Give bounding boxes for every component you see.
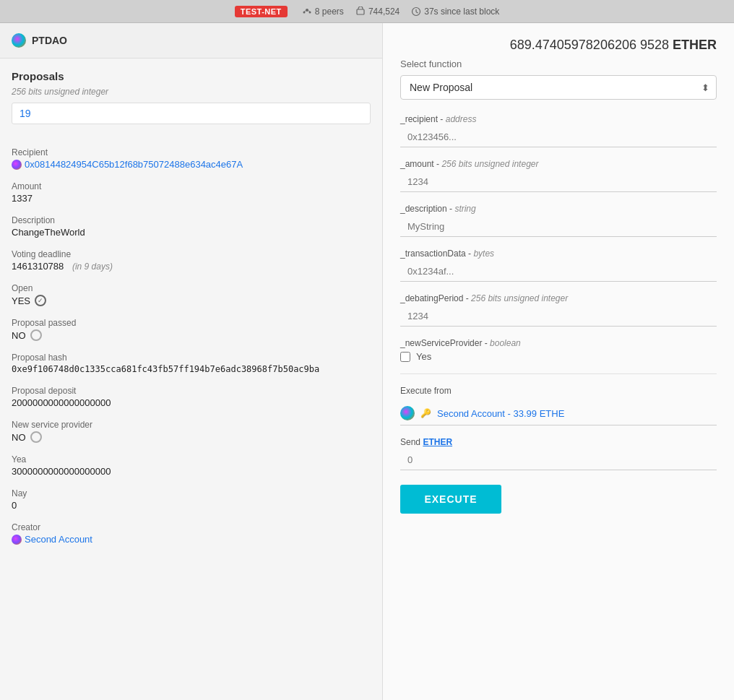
bool-field: Yes [400,351,717,362]
new-service-provider-value: NO [12,432,26,443]
recipient-icon [12,160,22,170]
new-service-provider-checkbox[interactable] [400,352,410,362]
amount-field-label: _amount - 256 bits unsigned integer [400,159,717,169]
description-field-input[interactable] [400,217,717,237]
description-field-group: _description - string [400,204,717,237]
description-value: ChangeTheWorld [12,227,371,238]
svg-line-8 [416,12,418,13]
recipient-value: 0x08144824954C65b12f68b75072488e634ac4e6… [12,159,371,170]
network-badge: TEST-NET [235,6,288,17]
open-row: Open YES ✓ [12,283,371,306]
proposal-hash-label: Proposal hash [12,353,371,363]
creator-icon [12,535,22,545]
send-ether-label: Send ETHER [400,437,717,447]
svg-line-4 [308,10,310,12]
new-service-provider-icon [30,431,42,443]
debating-period-field-input[interactable] [400,306,717,327]
open-value-row: YES ✓ [12,295,371,306]
recipient-row: Recipient 0x08144824954C65b12f68b7507248… [12,147,371,170]
creator-row: Creator Second Account [12,522,371,545]
proposal-hash-value: 0xe9f106748d0c1335cca681fc43fb57ff194b7e… [12,364,371,374]
proposal-deposit-value: 2000000000000000000 [12,397,371,408]
topbar: TEST-NET 8 peers 744,524 37s since last … [0,0,734,23]
left-panel: PTDAO Proposals 256 bits unsigned intege… [0,23,383,700]
description-row: Description ChangeTheWorld [12,215,371,238]
nay-value: 0 [12,500,371,511]
proposal-hash-row: Proposal hash 0xe9f106748d0c1335cca681fc… [12,353,371,374]
open-check-icon: ✓ [35,295,46,306]
svg-rect-5 [357,9,364,14]
new-service-provider-row: New service provider NO [12,420,371,443]
yea-row: Yea 3000000000000000000 [12,454,371,477]
proposals-value-input[interactable] [12,103,371,124]
proposals-section: Proposals 256 bits unsigned integer [0,59,382,147]
main-layout: PTDAO Proposals 256 bits unsigned intege… [0,23,734,700]
new-service-provider-field-group: _newServiceProvider - boolean Yes [400,338,717,362]
debating-period-field-group: _debatingPeriod - 256 bits unsigned inte… [400,293,717,327]
contract-header: PTDAO [0,23,382,59]
ether-unit: ETHER [673,38,717,52]
open-label: Open [12,283,371,293]
description-label: Description [12,215,371,225]
proposal-passed-value-row: NO [12,329,371,341]
amount-field-input[interactable] [400,172,717,192]
function-select[interactable]: New Proposal [400,75,717,100]
amount-field-group: _amount - 256 bits unsigned integer [400,159,717,192]
recipient-field-label: _recipient - address [400,114,717,124]
new-service-provider-value-row: NO [12,431,371,443]
data-section: Recipient 0x08144824954C65b12f68b7507248… [0,147,382,568]
contract-name: PTDAO [32,35,67,46]
divider [400,373,717,374]
amount-label: Amount [12,181,371,191]
voting-deadline-row: Voting deadline 1461310788 (in 9 days) [12,249,371,272]
transaction-data-field-label: _transactionData - bytes [400,249,717,259]
nay-row: Nay 0 [12,488,371,511]
proposal-passed-value: NO [12,330,26,341]
account-selector[interactable]: 🔑 Second Account - 33.99 ETHE [400,402,717,425]
bool-field-label: Yes [416,351,431,362]
time-info: 37s since last block [411,7,499,17]
balance-amount: 689.47405978206206 9528 [510,38,673,52]
voting-deadline-value: 1461310788 (in 9 days) [12,261,371,272]
proposal-deposit-row: Proposal deposit 2000000000000000000 [12,386,371,408]
peers-icon [302,7,312,17]
proposal-deposit-label: Proposal deposit [12,386,371,396]
debating-period-field-label: _debatingPeriod - 256 bits unsigned inte… [400,293,717,303]
ether-balance: 689.47405978206206 9528 ETHER [400,38,717,53]
clock-icon [411,7,421,17]
proposal-passed-label: Proposal passed [12,318,371,328]
contract-icon [12,33,26,48]
account-avatar [400,406,415,420]
recipient-label: Recipient [12,147,371,157]
key-icon: 🔑 [420,408,431,418]
yea-value: 3000000000000000000 [12,466,371,477]
creator-value: Second Account [12,534,371,545]
voting-deadline-label: Voting deadline [12,249,371,259]
transaction-data-field-input[interactable] [400,262,717,282]
account-name: Second Account - 33.99 ETHE [437,408,564,419]
recipient-field-group: _recipient - address [400,114,717,147]
creator-label: Creator [12,522,371,532]
svg-point-0 [306,9,308,12]
proposal-passed-icon [30,329,42,341]
new-service-provider-field-label: _newServiceProvider - boolean [400,338,717,348]
send-ether-input[interactable] [400,450,717,470]
voting-deadline-note: (in 9 days) [72,262,113,272]
function-select-wrapper: New Proposal ⬍ [400,75,717,100]
topbar-info: 8 peers 744,524 37s since last block [302,7,499,17]
transaction-data-field-group: _transactionData - bytes [400,249,717,282]
right-panel: 689.47405978206206 9528 ETHER Select fun… [383,23,734,700]
proposals-title: Proposals [12,70,371,82]
amount-row: Amount 1337 [12,181,371,204]
block-info: 744,524 [355,7,400,17]
block-icon [355,7,366,17]
open-value: YES [12,295,30,306]
amount-value: 1337 [12,193,371,204]
yea-label: Yea [12,454,371,464]
proposal-passed-row: Proposal passed NO [12,318,371,341]
new-service-provider-label: New service provider [12,420,371,430]
svg-line-3 [304,10,306,12]
select-function-label: Select function [400,59,717,69]
execute-button[interactable]: EXECUTE [400,485,501,514]
recipient-field-input[interactable] [400,127,717,147]
